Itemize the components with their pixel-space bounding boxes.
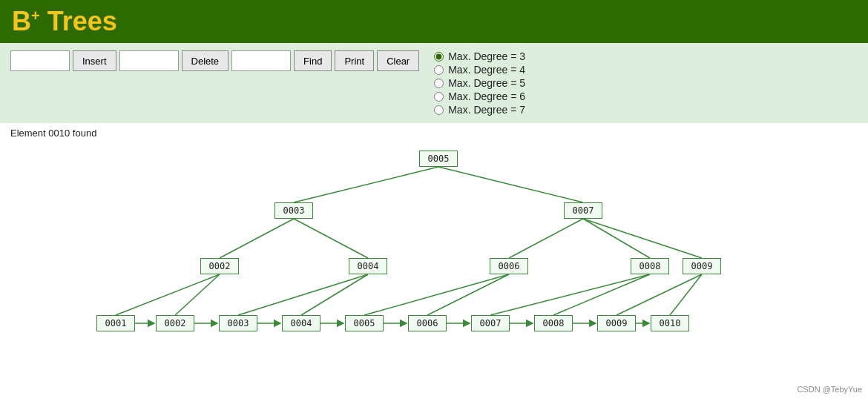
radio-label-4: Max. Degree = 4	[448, 64, 525, 76]
status-message: Element 0010 found	[10, 128, 96, 139]
radio-input-6[interactable]	[434, 92, 444, 102]
radio-degree-4[interactable]: Max. Degree = 4	[434, 64, 525, 76]
tree-edge	[116, 274, 220, 315]
radio-input-4[interactable]	[434, 65, 444, 75]
node-l4: 0004	[282, 315, 320, 331]
degree-radio-group: Max. Degree = 3Max. Degree = 4Max. Degre…	[434, 50, 525, 116]
tree-edge	[220, 219, 294, 258]
header: B+ Trees	[0, 0, 868, 43]
tree-edge	[175, 274, 220, 315]
node-n4: 0004	[349, 258, 387, 274]
radio-input-5[interactable]	[434, 79, 444, 88]
radio-input-7[interactable]	[434, 105, 444, 115]
delete-button[interactable]: Delete	[182, 50, 229, 71]
tree-edge	[294, 167, 438, 202]
node-n7: 0009	[683, 258, 721, 274]
page-title: B+ Trees	[12, 6, 117, 37]
node-l9: 0009	[597, 315, 636, 331]
insert-button[interactable]: Insert	[73, 50, 116, 71]
tree-edge	[583, 219, 702, 258]
node-l3: 0003	[219, 315, 257, 331]
node-l7: 0007	[471, 315, 510, 331]
node-n2: 0007	[564, 202, 602, 219]
toolbar: Insert Delete Find Print Clear Max. Degr…	[0, 43, 868, 123]
tree-edge	[509, 219, 583, 258]
tree-edge	[364, 274, 509, 315]
tree-edge	[301, 274, 368, 315]
watermark: CSDN @TebyYue	[797, 385, 862, 394]
radio-degree-6[interactable]: Max. Degree = 6	[434, 90, 525, 102]
tree-edge	[490, 274, 650, 315]
node-l10: 0010	[651, 315, 689, 331]
tree-edge	[438, 167, 583, 202]
tree-svg: 0005000300070002000400060008000900010002…	[0, 143, 868, 395]
tree-edge	[617, 274, 702, 315]
insert-input[interactable]	[10, 50, 70, 71]
radio-degree-5[interactable]: Max. Degree = 5	[434, 77, 525, 89]
node-n1: 0003	[274, 202, 313, 219]
clear-button[interactable]: Clear	[377, 50, 419, 71]
node-l5: 0005	[345, 315, 384, 331]
print-button[interactable]: Print	[335, 50, 374, 71]
node-l6: 0006	[408, 315, 447, 331]
node-n5: 0006	[490, 258, 528, 274]
find-input[interactable]	[231, 50, 291, 71]
radio-label-3: Max. Degree = 3	[448, 50, 525, 62]
node-n3: 0002	[200, 258, 239, 274]
node-root: 0005	[419, 151, 458, 167]
radio-label-6: Max. Degree = 6	[448, 90, 525, 102]
node-l8: 0008	[534, 315, 573, 331]
radio-label-7: Max. Degree = 7	[448, 104, 525, 116]
tree-edge	[238, 274, 368, 315]
node-l1: 0001	[96, 315, 135, 331]
status-bar: Element 0010 found	[0, 123, 868, 143]
tree-edge	[670, 274, 702, 315]
node-n6: 0008	[631, 258, 669, 274]
radio-input-3[interactable]	[434, 52, 444, 62]
tree-edge	[427, 274, 509, 315]
tree-edge	[294, 219, 368, 258]
tree-area: 0005000300070002000400060008000900010002…	[0, 143, 868, 395]
find-button[interactable]: Find	[294, 50, 332, 71]
radio-label-5: Max. Degree = 5	[448, 77, 525, 89]
delete-input[interactable]	[119, 50, 179, 71]
tree-edge	[583, 219, 650, 258]
radio-degree-7[interactable]: Max. Degree = 7	[434, 104, 525, 116]
radio-degree-3[interactable]: Max. Degree = 3	[434, 50, 525, 62]
node-l2: 0002	[156, 315, 194, 331]
toolbar-controls: Insert Delete Find Print Clear	[10, 50, 419, 71]
